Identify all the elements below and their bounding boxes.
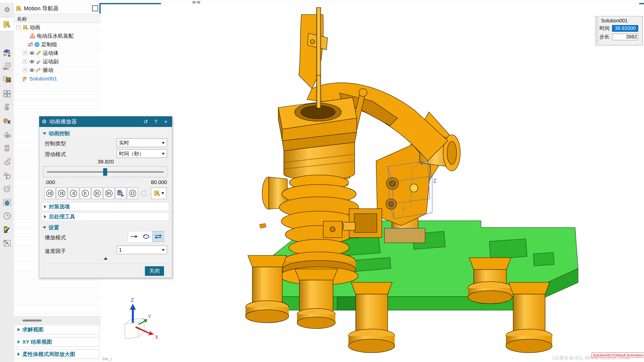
dialog-footer-divider bbox=[42, 264, 170, 264]
expand-box[interactable]: + bbox=[23, 68, 27, 72]
dropdown-arrow-icon bbox=[161, 192, 164, 194]
navigator-horizontal-scrollbar[interactable] bbox=[14, 316, 101, 325]
history-icon[interactable] bbox=[2, 211, 12, 221]
solution-time-panel[interactable]: Solution001 时间 39.82000 步长 3982 bbox=[595, 16, 642, 45]
dimension-check-icon[interactable] bbox=[2, 157, 12, 166]
scrollbar-handle[interactable] bbox=[23, 320, 42, 322]
window-layout-icon[interactable] bbox=[2, 89, 12, 99]
window-top-strip bbox=[0, 0, 644, 3]
tree-column-header[interactable]: 名称 bbox=[14, 14, 101, 23]
speed-factor-select[interactable]: 1 bbox=[117, 246, 167, 254]
swing-toggle[interactable] bbox=[152, 231, 164, 242]
library-icon[interactable] bbox=[2, 143, 12, 153]
xy-result-view-bar[interactable]: XY 结果视图 bbox=[14, 337, 99, 346]
solution-icon bbox=[22, 76, 28, 82]
model-canvas: Y Z X Z Y X bbox=[101, 4, 644, 362]
solver-view-bar[interactable]: 求解视图 bbox=[14, 325, 99, 334]
dialog-collapse-control[interactable] bbox=[39, 257, 172, 260]
animation-player-dialog: ⚙ 动画播放器 ↺ ? × 动画控制 控制类型 实时 滑动模式 时间（秒） 39… bbox=[39, 116, 172, 278]
touch-info-icon[interactable]: i bbox=[2, 184, 12, 194]
flexible-body-view-label: 柔性体模式局部放大图 bbox=[22, 351, 75, 358]
visual-reporting-icon[interactable] bbox=[2, 225, 12, 234]
dialog-title: 动画播放器 bbox=[49, 118, 139, 125]
speed-factor-label: 速度因子 bbox=[45, 248, 66, 255]
tree-row-joints[interactable]: + 运动副 bbox=[14, 57, 101, 66]
reuse-library-icon[interactable] bbox=[2, 130, 12, 139]
repeat-button-disabled bbox=[139, 188, 150, 199]
tree-label: 运动副 bbox=[43, 58, 59, 65]
slide-mode-label: 滑动模式 bbox=[45, 151, 66, 158]
section-settings[interactable]: 设置 bbox=[43, 224, 59, 231]
packaging-options-bar[interactable]: 封装选项 bbox=[41, 202, 169, 211]
dialog-reset-icon[interactable]: ↺ bbox=[142, 119, 149, 125]
collapse-up-icon bbox=[104, 257, 108, 260]
navigator-title-bar: Motion 导航器 bbox=[14, 3, 101, 14]
dialog-title-bar[interactable]: ⚙ 动画播放器 ↺ ? × bbox=[39, 116, 172, 127]
panel-detach-button[interactable] bbox=[92, 5, 98, 11]
control-type-select[interactable]: 实时 bbox=[117, 139, 167, 147]
motion-navigator-icon[interactable] bbox=[0, 17, 14, 32]
expand-box[interactable]: + bbox=[23, 51, 27, 55]
play-mode-toggle-group bbox=[128, 231, 166, 243]
seek-end-button[interactable] bbox=[103, 188, 114, 199]
step-input[interactable]: 3982 bbox=[612, 34, 638, 40]
tree-row-motion-bodies[interactable]: + 运动体 bbox=[14, 49, 101, 57]
tree-label: 驱动 bbox=[43, 67, 53, 74]
step-label: 步长 bbox=[599, 33, 611, 40]
step-forward-button[interactable] bbox=[92, 188, 103, 199]
eye-slash-icon bbox=[27, 41, 33, 48]
expand-box[interactable]: + bbox=[23, 59, 27, 64]
play-once-toggle[interactable] bbox=[128, 231, 140, 242]
time-min-value: .000 bbox=[45, 179, 55, 185]
settings-gear-icon[interactable]: ⚙ bbox=[2, 5, 12, 15]
section-label: 封装选项 bbox=[49, 203, 70, 210]
section-animation-control[interactable]: 动画控制 bbox=[43, 130, 70, 137]
stop-button[interactable] bbox=[127, 188, 138, 199]
solution-title: Solution001 bbox=[601, 18, 628, 24]
web-browser-icon[interactable] bbox=[2, 198, 12, 207]
export-movie-button[interactable] bbox=[115, 188, 126, 199]
eye-icon bbox=[29, 59, 35, 65]
time-slider[interactable] bbox=[43, 166, 167, 177]
close-button[interactable]: 关闭 bbox=[145, 266, 164, 276]
tree-row-drivers[interactable]: + 驱动 bbox=[14, 66, 101, 74]
dialog-help-icon[interactable]: ? bbox=[152, 119, 159, 125]
current-time-value: 39.820 bbox=[39, 159, 172, 165]
panel-grip-handle[interactable] bbox=[596, 17, 598, 43]
graphics-viewport[interactable]: Y Z X Z Y X bbox=[101, 4, 644, 362]
triad-z-label: Z bbox=[131, 297, 134, 303]
constraint-navigator-icon[interactable] bbox=[2, 116, 12, 126]
time-label: 时间 bbox=[599, 25, 611, 32]
toolbar-overflow-mark bbox=[197, 1, 200, 4]
hd3d-tools-icon[interactable] bbox=[2, 75, 12, 85]
mechanism-dropdown-button[interactable] bbox=[151, 188, 167, 199]
collapse-box[interactable]: − bbox=[16, 25, 21, 29]
speed-factor-value: 1 bbox=[119, 247, 122, 253]
seek-start-button[interactable] bbox=[44, 188, 55, 199]
xy-function-navigator-icon[interactable] bbox=[2, 62, 12, 71]
flexible-body-view-bar[interactable]: 柔性体模式局部放大图 bbox=[14, 350, 99, 359]
utility-tools-icon[interactable] bbox=[2, 238, 12, 248]
tree-row-assembly[interactable]: 电动压水机装配 bbox=[14, 32, 101, 40]
slide-mode-select[interactable]: 时间（秒） bbox=[117, 149, 167, 158]
play-button[interactable] bbox=[80, 188, 91, 199]
collapsed-triangle-icon bbox=[18, 340, 20, 344]
step-back-button[interactable] bbox=[68, 188, 79, 199]
loop-toggle[interactable] bbox=[140, 231, 152, 242]
application-window: ⚙ bbox=[0, 0, 644, 362]
post-processing-navigator-icon[interactable] bbox=[2, 48, 12, 58]
postprocess-tools-bar[interactable]: 后处理工具 bbox=[41, 212, 169, 221]
tree-row-custom-group[interactable]: 定制组 bbox=[14, 40, 101, 49]
step-to-start-button[interactable] bbox=[56, 188, 67, 199]
dialog-close-icon[interactable]: × bbox=[162, 119, 170, 125]
time-input[interactable]: 39.82000 bbox=[612, 25, 638, 32]
slider-handle[interactable] bbox=[103, 168, 107, 176]
tree-row-animation[interactable]: − 动画 bbox=[14, 23, 101, 32]
tree-row-solution[interactable]: Solution001 bbox=[14, 74, 101, 83]
eye-icon bbox=[29, 67, 35, 73]
tree-label: 动画 bbox=[30, 24, 40, 31]
assembly-navigator-icon[interactable] bbox=[2, 103, 12, 112]
measure-icon[interactable] bbox=[2, 170, 12, 180]
collapsed-triangle-icon bbox=[18, 328, 20, 331]
control-type-value: 实时 bbox=[119, 140, 129, 146]
